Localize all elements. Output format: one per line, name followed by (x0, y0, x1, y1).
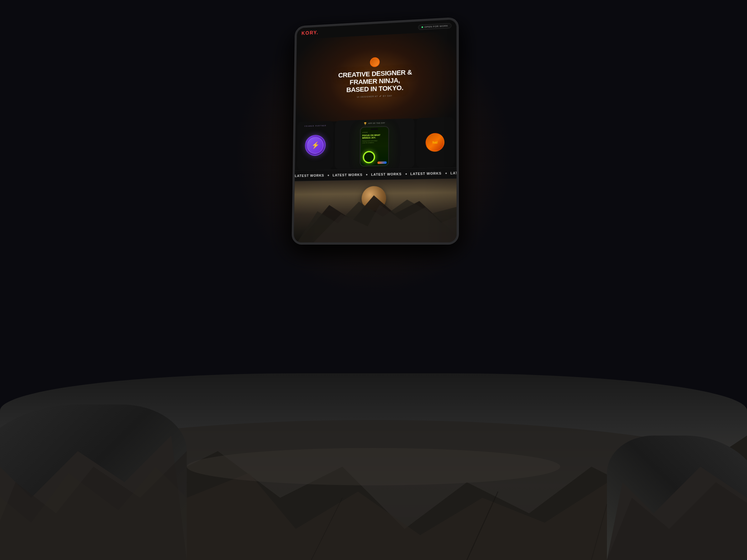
portfolio-image (294, 179, 457, 242)
hero-subtitle: UI DESIGNER AT ✓ BY DAY (357, 95, 392, 99)
logo-dot: . (316, 30, 318, 35)
marquee-text-3: LATEST WORKS (371, 172, 402, 177)
grid-section: ⚡ FRAMER PARTNER 🏆 APP OF THE DAY (295, 114, 457, 172)
nav-logo[interactable]: KORY. (302, 30, 319, 36)
hal-badge: hal (426, 133, 444, 152)
marquee-star-4: ✦ (445, 171, 447, 175)
open-for-work-badge[interactable]: OPEN FOR WORK (418, 23, 451, 30)
marquee-item-4: LATEST WORKS ✦ (410, 171, 447, 176)
marquee-star-1: ✦ (327, 174, 330, 177)
status-dot (421, 26, 423, 28)
scene: KORY. OPEN FOR WORK CREATIVE DESIGNER &F… (0, 0, 747, 560)
rock-left-svg (0, 404, 187, 560)
framer-badge-text: FRAMER PARTNER (305, 125, 327, 127)
subtitle-suffix: BY DAY (383, 95, 392, 97)
hal-text: hal (433, 140, 438, 144)
marquee-text-2: LATEST WORKS (332, 173, 362, 177)
rock-right (607, 435, 747, 560)
green-ring (363, 151, 375, 163)
marquee-item-5: LATEST WORKS ✦ (450, 170, 457, 175)
marquee-text-5: LATEST WORKS (450, 171, 457, 175)
rock-left (0, 404, 187, 560)
colored-strip (377, 161, 387, 164)
phone-app-body: Helping brands and startupscreate fun wo… (362, 140, 387, 144)
app-card: 🏆 APP OF THE DAY ● FOCUS FOCUS ON WHATBR… (335, 118, 414, 169)
marquee-item-1: LATEST WORKS ✦ (295, 173, 330, 178)
framer-badge: ⚡ (305, 135, 326, 156)
phone-notch (371, 128, 378, 130)
portfolio-section (294, 179, 457, 242)
app-of-day-badge: 🏆 APP OF THE DAY (364, 121, 385, 125)
marquee-item-3: LATEST WORKS ✦ (371, 172, 407, 177)
phone-app-label: ● FOCUS (362, 131, 386, 133)
avatar (370, 57, 380, 67)
marquee-text-4: LATEST WORKS (410, 171, 441, 176)
marquee-item-2: LATEST WORKS ✦ (332, 173, 368, 177)
tablet-wrapper: KORY. OPEN FOR WORK CREATIVE DESIGNER &F… (292, 18, 459, 244)
nike-logo: ✓ (379, 95, 382, 98)
logo-text: KORY (302, 30, 317, 36)
rock-right-svg (607, 435, 747, 560)
phone-mockup: ● FOCUS FOCUS ON WHATBRINGS JOY. Helping… (360, 126, 389, 166)
subtitle-text: UI DESIGNER AT (357, 95, 378, 98)
phone-screen: ● FOCUS FOCUS ON WHATBRINGS JOY. Helping… (360, 127, 388, 166)
svg-point-6 (187, 448, 560, 485)
hero-title: CREATIVE DESIGNER &FRAMER NINJA,BASED IN… (332, 68, 418, 94)
tablet-device: KORY. OPEN FOR WORK CREATIVE DESIGNER &F… (292, 18, 459, 244)
marquee-star-2: ✦ (365, 173, 368, 177)
trophy-icon: 🏆 (364, 122, 367, 125)
framer-badge-inner: ⚡ (307, 137, 324, 154)
app-of-day-text: APP OF THE DAY (368, 122, 385, 125)
screen: KORY. OPEN FOR WORK CREATIVE DESIGNER &F… (294, 19, 457, 242)
framer-card: ⚡ FRAMER PARTNER (297, 121, 333, 169)
mountain-svg (294, 179, 457, 242)
phone-app-title: FOCUS ON WHATBRINGS JOY. (362, 134, 387, 140)
marquee-text-1: LATEST WORKS (295, 174, 324, 178)
status-badge-text: OPEN FOR WORK (424, 24, 448, 28)
hal-card: hal (416, 117, 454, 167)
marquee-star-3: ✦ (405, 172, 407, 176)
